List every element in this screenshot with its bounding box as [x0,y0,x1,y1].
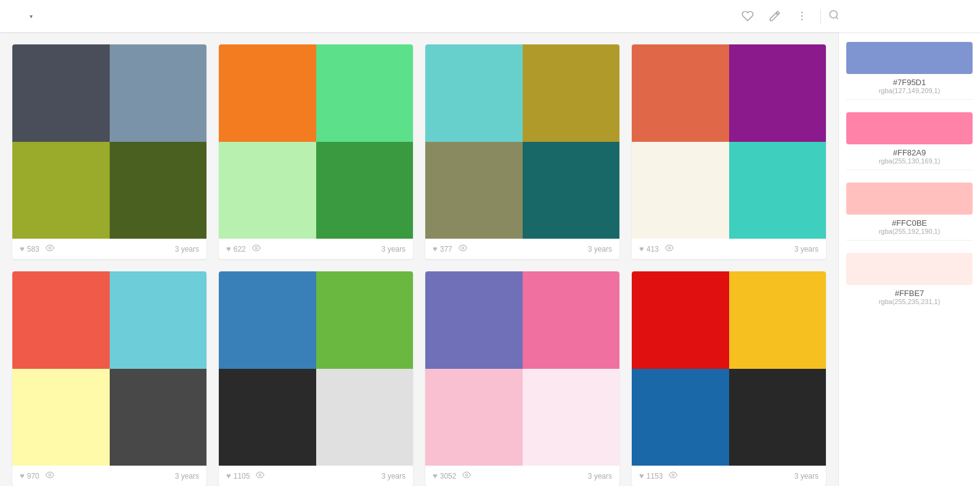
color-swatch[interactable] [729,44,827,142]
nav-new-button[interactable]: ▾ [22,9,38,23]
palette-card[interactable]: ♥ 970 3 years [12,271,206,486]
sidebar-divider [846,170,973,170]
search-area [820,9,968,23]
likes-count: 413 [647,245,659,253]
sidebar-color-rgba: rgba(255,192,190,1) [846,228,973,235]
sidebar-color-entry[interactable]: #7F95D1rgba(127,149,209,1) [846,42,973,107]
color-swatch[interactable] [632,142,729,239]
sidebar-color-hex: #FFBE7 [846,289,973,298]
color-swatch[interactable] [729,271,827,369]
color-swatch[interactable] [729,369,827,466]
svg-point-12 [672,474,675,476]
svg-point-6 [255,247,258,249]
palette-colors [425,271,619,466]
heart-icon: ♥ [226,471,231,480]
sidebar-color-rgba: rgba(255,130,169,1) [846,157,973,165]
sidebar-color-hex: #FFC0BE [846,218,973,228]
header-icons [737,5,968,27]
palette-meta: ♥ 413 3 years [632,239,826,259]
color-swatch[interactable] [219,369,316,466]
sidebar-color-entry[interactable]: #FFBE7rgba(255,235,231,1) [846,253,973,310]
color-swatch[interactable] [523,142,620,239]
palette-card[interactable]: ♥ 3052 3 years [425,271,619,486]
color-swatch[interactable] [425,369,523,466]
color-swatch[interactable] [632,44,729,142]
color-swatch[interactable] [219,44,316,142]
svg-point-8 [668,247,671,249]
palette-card[interactable]: ♥ 622 3 years [219,44,413,259]
sidebar-color-preview [846,183,973,215]
brush-icon[interactable] [764,5,786,27]
favorites-icon[interactable] [737,5,759,27]
sidebar-color-preview [846,42,973,74]
sidebar-color-preview [846,112,973,144]
eye-icon [256,471,264,481]
color-swatch[interactable] [523,271,620,369]
palette-card[interactable]: ♥ 1105 3 years [219,271,413,486]
svg-point-1 [801,15,803,17]
likes-count: 377 [440,245,452,253]
palette-meta: ♥ 377 3 years [425,239,619,259]
sidebar-color-entry[interactable]: #FF82A9rgba(255,130,169,1) [846,112,973,178]
palette-card[interactable]: ♥ 1153 3 years [632,271,826,486]
eye-icon [665,244,674,254]
palette-meta: ♥ 583 3 years [12,239,206,259]
color-swatch[interactable] [110,271,207,369]
eye-icon [459,244,467,254]
color-swatch[interactable] [316,369,414,466]
svg-point-10 [259,474,262,476]
likes-count: 3052 [440,472,457,480]
palette-grid: ♥ 583 3 years ♥ 622 3 years ♥ 377 3 [12,44,826,486]
color-swatch[interactable] [523,369,620,466]
svg-point-9 [49,474,51,476]
likes-count: 970 [27,472,39,480]
search-icon[interactable] [828,9,839,23]
heart-icon: ♥ [639,471,644,480]
sidebar-color-hex: #7F95D1 [846,78,973,87]
color-swatch[interactable] [219,271,316,369]
heart-icon: ♥ [226,244,231,253]
color-swatch[interactable] [425,271,523,369]
palette-card[interactable]: ♥ 377 3 years [425,44,619,259]
time-label: 3 years [794,245,819,253]
sidebar-color-hex: #FF82A9 [846,148,973,157]
search-input[interactable] [844,11,968,21]
main-content: ♥ 583 3 years ♥ 622 3 years ♥ 377 3 [0,32,838,486]
palette-colors [632,44,826,239]
time-label: 3 years [794,472,819,480]
color-swatch[interactable] [632,271,729,369]
color-swatch[interactable] [12,142,110,239]
time-label: 3 years [382,245,406,253]
heart-icon: ♥ [20,244,25,253]
color-swatch[interactable] [110,142,207,239]
color-swatch[interactable] [729,142,827,239]
color-swatch[interactable] [632,369,729,466]
color-swatch[interactable] [110,369,207,466]
color-swatch[interactable] [110,44,207,142]
more-options-icon[interactable] [791,5,813,27]
palette-colors [219,271,413,466]
color-swatch[interactable] [316,142,414,239]
sidebar-color-entry[interactable]: #FFC0BErgba(255,192,190,1) [846,183,973,248]
palette-card[interactable]: ♥ 583 3 years [12,44,206,259]
color-swatch[interactable] [425,44,523,142]
svg-line-4 [836,17,838,19]
color-swatch[interactable] [316,44,414,142]
color-swatch[interactable] [425,142,523,239]
color-swatch[interactable] [12,271,110,369]
likes-count: 1105 [234,472,250,480]
sidebar-divider [846,240,973,241]
chevron-down-icon: ▾ [30,13,33,20]
svg-point-5 [49,247,51,249]
palette-colors [219,44,413,239]
color-swatch[interactable] [523,44,620,142]
eye-icon [462,471,471,481]
eye-icon [46,244,54,254]
palette-colors [12,44,206,239]
color-swatch[interactable] [12,44,110,142]
time-label: 3 years [588,472,612,480]
color-swatch[interactable] [219,142,316,239]
color-swatch[interactable] [12,369,110,466]
color-swatch[interactable] [316,271,414,369]
palette-card[interactable]: ♥ 413 3 years [632,44,826,259]
